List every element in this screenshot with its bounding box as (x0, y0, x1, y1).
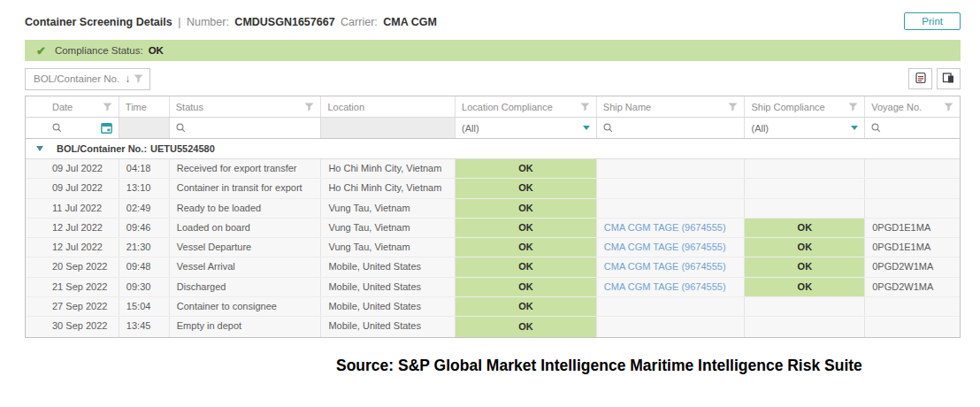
cell-location: Vung Tau, Vietnam (320, 219, 455, 237)
filter-ship-name[interactable] (596, 118, 745, 138)
compliance-ok-badge: OK (744, 278, 864, 296)
cell-date: 11 Jul 2022 (26, 199, 119, 218)
cell-status: Loaded on board (169, 219, 321, 237)
cell-time: 09:48 (119, 257, 169, 276)
cell-location: Mobile, United States (320, 257, 455, 276)
source-attribution: Source: S&P Global Market Intelligence M… (25, 357, 961, 375)
compliance-ok-badge: OK (744, 257, 864, 276)
search-icon[interactable] (52, 123, 62, 133)
calendar-icon[interactable] (101, 122, 112, 134)
funnel-icon[interactable] (304, 103, 314, 111)
cell-ship_name: CMA CGM TAGE (9674555) (596, 257, 745, 276)
cell-location: Vung Tau, Vietnam (320, 238, 455, 257)
group-chip-bol-container-no[interactable]: BOL/Container No. ↓ (25, 68, 150, 90)
ship-name-link[interactable]: CMA CGM TAGE (9674555) (604, 281, 726, 292)
funnel-icon[interactable] (134, 74, 143, 83)
cell-time: 02:49 (119, 199, 169, 218)
column-header-location[interactable]: Location (320, 96, 455, 117)
filter-location (320, 118, 455, 138)
cell-location: Ho Chi Minh City, Vietnam (320, 179, 455, 197)
carrier-label: Carrier: (341, 16, 378, 28)
ship-name-link[interactable]: CMA CGM TAGE (9674555) (604, 222, 726, 233)
cell-status: Container in transit for export (169, 179, 321, 197)
cell-time: 13:10 (119, 179, 169, 197)
cell-voyage_no (864, 297, 960, 316)
funnel-icon[interactable] (848, 103, 858, 111)
filter-selected-value: (All) (751, 123, 769, 134)
arrow-down-icon[interactable]: ↓ (125, 73, 130, 85)
cell-status: Vessel Departure (169, 238, 321, 257)
cell-date: 21 Sep 2022 (26, 278, 119, 296)
search-icon[interactable] (176, 123, 186, 133)
ship-name-link[interactable]: CMA CGM TAGE (9674555) (604, 242, 726, 252)
filter-ship-compliance[interactable]: (All) (744, 118, 864, 138)
column-header-voyage-no[interactable]: Voyage No. (864, 96, 960, 117)
filter-date[interactable] (26, 118, 119, 138)
cell-time: 21:30 (119, 238, 169, 257)
cell-time: 15:04 (119, 297, 169, 316)
cell-status: Vessel Arrival (169, 257, 321, 276)
cell-ship_name (596, 179, 745, 197)
dropdown-caret-icon[interactable] (583, 126, 590, 130)
funnel-icon[interactable] (103, 103, 112, 111)
table-row: 20 Sep 202209:48Vessel ArrivalMobile, Un… (26, 257, 960, 277)
column-header-label: Ship Compliance (751, 102, 824, 112)
export-icon (915, 72, 927, 87)
group-row[interactable]: BOL/Container No.: UETU5524580 (26, 139, 960, 159)
compliance-ok-badge: OK (744, 219, 864, 237)
column-header-ship-name[interactable]: Ship Name (596, 96, 745, 117)
compliance-status-label: Compliance Status: (55, 45, 143, 56)
cell-voyage_no: 0PGD1E1MA (864, 219, 960, 237)
cell-date: 12 Jul 2022 (26, 238, 119, 257)
print-button[interactable]: Print (904, 12, 961, 30)
export-button[interactable] (908, 68, 932, 89)
column-header-label: Time (126, 102, 147, 112)
cell-location: Mobile, United States (320, 278, 455, 296)
cell-voyage_no (864, 179, 960, 197)
filter-selected-value: (All) (462, 123, 479, 134)
funnel-icon[interactable] (944, 103, 953, 111)
column-header-status[interactable]: Status (169, 96, 321, 117)
table-header-row: DateTimeStatusLocationLocation Complianc… (26, 96, 960, 118)
compliance-ok-badge: OK (455, 238, 596, 257)
column-header-time[interactable]: Time (119, 96, 169, 117)
column-header-location-compliance[interactable]: Location Compliance (455, 96, 596, 117)
filter-voyage-no[interactable] (864, 118, 960, 138)
filter-location-compliance[interactable]: (All) (455, 118, 596, 138)
compliance-ok-badge: OK (455, 199, 596, 218)
table-row: 27 Sep 202215:04Container to consigneeMo… (26, 297, 960, 317)
funnel-icon[interactable] (580, 103, 590, 111)
copy-columns-button[interactable] (937, 68, 961, 89)
cell-date: 30 Sep 2022 (26, 317, 119, 336)
title-divider: | (178, 16, 180, 28)
cell-ship_name: CMA CGM TAGE (9674555) (596, 219, 745, 237)
dropdown-caret-icon[interactable] (851, 126, 858, 130)
number-label: Number: (187, 16, 229, 28)
column-header-date[interactable]: Date (26, 96, 119, 117)
column-header-label: Voyage No. (871, 102, 922, 112)
funnel-icon[interactable] (728, 103, 738, 111)
page-title: Container Screening Details (25, 16, 172, 28)
page-title-line: Container Screening Details | Number: CM… (25, 12, 440, 28)
cell-voyage_no: 0PGD2W1MA (864, 278, 960, 296)
column-header-label: Status (176, 102, 203, 112)
group-row-value: UETU5524580 (150, 143, 215, 154)
cell-voyage_no (864, 199, 960, 218)
filter-status[interactable] (169, 118, 321, 138)
compliance-ok-badge: OK (455, 257, 596, 276)
number-value: CMDUSGN1657667 (234, 16, 334, 28)
table-row: 09 Jul 202204:18Received for export tran… (26, 159, 960, 179)
column-header-ship-compliance[interactable]: Ship Compliance (744, 96, 864, 117)
compliance-ok-badge: OK (455, 219, 596, 237)
cell-ship_name (596, 159, 745, 178)
column-header-label: Date (52, 102, 73, 112)
search-icon[interactable] (603, 123, 613, 133)
cell-location: Vung Tau, Vietnam (320, 199, 455, 218)
compliance-ok-badge: OK (455, 297, 596, 316)
cell-time: 09:46 (119, 219, 169, 237)
search-icon[interactable] (871, 123, 881, 133)
column-header-label: Ship Name (603, 102, 651, 112)
collapse-triangle-icon[interactable] (36, 146, 43, 151)
table-row: 09 Jul 202213:10Container in transit for… (26, 179, 960, 198)
ship-name-link[interactable]: CMA CGM TAGE (9674555) (604, 261, 726, 272)
